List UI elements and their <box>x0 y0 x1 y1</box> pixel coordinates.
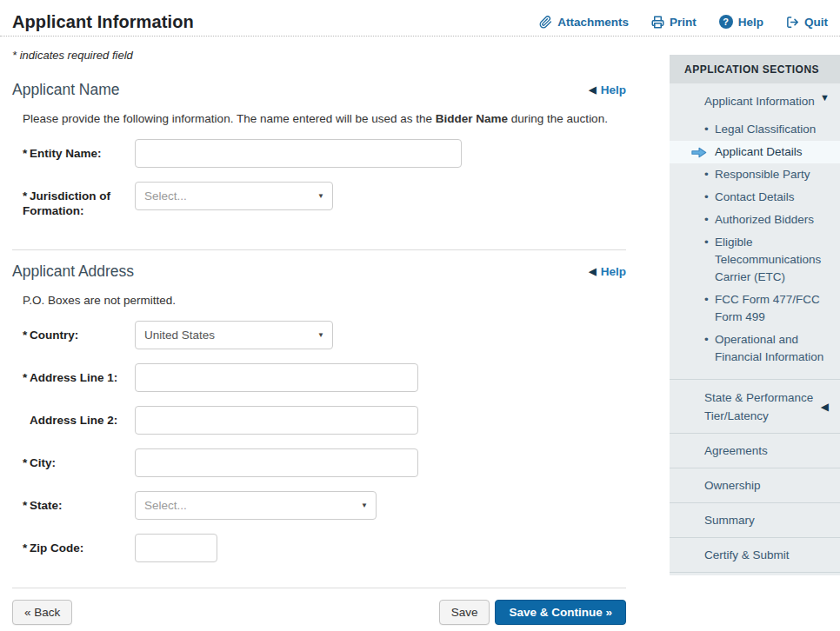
triangle-left-icon: ◀ <box>589 85 596 95</box>
sidebar-item-operational-financial[interactable]: • Operational and Financial Information <box>670 329 840 369</box>
attachments-label: Attachments <box>557 16 629 29</box>
sidebar-subsection-group: • Legal Classification Applicant Details… <box>670 118 840 374</box>
required-asterisk: * <box>23 498 30 513</box>
zip-input[interactable] <box>135 534 217 562</box>
page-title: Applicant Information <box>12 12 194 32</box>
help-link[interactable]: ? Help <box>719 15 763 29</box>
attachments-link[interactable]: Attachments <box>539 16 629 29</box>
bullet-icon: • <box>704 121 709 138</box>
footer-right: Save Save & Continue » <box>439 600 626 625</box>
dropdown-caret-icon: ▼ <box>317 332 324 339</box>
entity-name-row: *Entity Name: <box>12 139 626 168</box>
sidebar-item-label: Legal Classification <box>715 123 816 136</box>
dropdown-caret-icon: ▼ <box>317 193 324 200</box>
jurisdiction-row: *Jurisdiction of Formation: Select... ▼ <box>12 182 626 218</box>
applicant-address-help-link[interactable]: ◀ Help <box>589 265 626 278</box>
sidebar-header: APPLICATION SECTIONS <box>670 55 840 83</box>
sidebar-item-agreements[interactable]: Agreements <box>670 433 840 468</box>
sidebar-item-label: Agreements <box>704 444 768 457</box>
sidebar-item-label: Authorized Bidders <box>715 213 814 226</box>
save-button[interactable]: Save <box>439 600 490 625</box>
label-text: City: <box>30 456 56 469</box>
triangle-left-icon: ◀ <box>589 267 596 276</box>
zip-label: *Zip Code: <box>23 534 135 555</box>
sidebar-item-label: Applicant Details <box>715 145 803 158</box>
country-select[interactable]: United States ▼ <box>135 321 333 349</box>
sidebar-item-contact-details[interactable]: • Contact Details <box>670 186 840 209</box>
entity-name-input[interactable] <box>135 139 462 168</box>
content: * indicates required field Applicant Nam… <box>12 37 626 625</box>
footer-bar: « Back Save Save & Continue » <box>12 600 626 625</box>
sidebar-item-label: Contact Details <box>715 190 795 203</box>
jurisdiction-select-value: Select... <box>144 189 187 203</box>
applicant-name-section-head: Applicant Name ◀ Help <box>12 81 626 99</box>
po-box-note: P.O. Boxes are not permitted. <box>23 294 626 307</box>
chevron-left-icon: ◀ <box>821 402 829 412</box>
bullet-icon: • <box>704 331 709 349</box>
bullet-icon: • <box>704 189 709 206</box>
jurisdiction-select[interactable]: Select... ▼ <box>135 182 333 210</box>
required-asterisk: * <box>23 370 30 385</box>
sidebar-item-fcc-forms[interactable]: • FCC Form 477/FCC Form 499 <box>670 289 840 329</box>
sidebar-item-authorized-bidders[interactable]: • Authorized Bidders <box>670 209 840 231</box>
state-select-value: Select... <box>144 499 187 512</box>
required-asterisk: * <box>23 455 30 470</box>
save-continue-button[interactable]: Save & Continue » <box>495 600 626 625</box>
page: Applicant Information Attachments Print … <box>0 0 840 631</box>
sidebar-item-label: Certify & Submit <box>704 548 790 561</box>
label-text: State: <box>30 499 63 512</box>
sidebar-item-state-performance[interactable]: State & Performance Tier/Latency ◀ <box>670 379 840 433</box>
main: * indicates required field Applicant Nam… <box>0 37 840 625</box>
required-asterisk: * <box>23 328 30 342</box>
required-asterisk: * <box>23 146 30 161</box>
applicant-address-heading: Applicant Address <box>12 262 134 281</box>
sidebar-item-label: Responsible Party <box>715 168 810 181</box>
state-label: *State: <box>23 491 135 513</box>
sidebar-item-responsible-party[interactable]: • Responsible Party <box>670 163 840 186</box>
sidebar-item-applicant-information[interactable]: Applicant Information ▼ <box>670 83 840 118</box>
label-text: Zip Code: <box>30 541 83 555</box>
sidebar-bottom-edge <box>670 572 840 575</box>
application-sections-sidebar: APPLICATION SECTIONS Applicant Informati… <box>670 55 840 575</box>
applicant-address-section-head: Applicant Address ◀ Help <box>12 262 626 281</box>
help-circle-icon: ? <box>719 15 733 29</box>
sidebar-item-label: Operational and Financial Information <box>715 333 823 363</box>
address-line2-input[interactable] <box>135 406 418 435</box>
sidebar-item-ownership[interactable]: Ownership <box>670 468 840 502</box>
label-text: Jurisdiction of Formation: <box>23 189 110 217</box>
sidebar-item-label: Applicant Information <box>704 95 815 108</box>
quit-link[interactable]: Quit <box>786 16 828 29</box>
print-link[interactable]: Print <box>651 16 697 29</box>
sidebar-item-certify-submit[interactable]: Certify & Submit <box>670 537 840 572</box>
intro-text: Please provide the following information… <box>23 112 436 125</box>
sidebar-item-label: Summary <box>704 514 755 527</box>
required-asterisk: * <box>23 541 30 555</box>
city-label: *City: <box>23 448 135 470</box>
intro-text-after: during the auction. <box>508 112 608 125</box>
print-label: Print <box>670 16 697 29</box>
back-button[interactable]: « Back <box>12 600 72 625</box>
city-input[interactable] <box>135 448 418 477</box>
state-select[interactable]: Select... ▼ <box>135 491 377 520</box>
address-line1-input[interactable] <box>135 363 418 392</box>
paperclip-icon <box>539 16 552 29</box>
required-asterisk: * <box>23 189 30 203</box>
applicant-name-heading: Applicant Name <box>12 81 120 99</box>
sidebar-item-applicant-details[interactable]: Applicant Details <box>670 141 840 163</box>
sidebar-item-etc[interactable]: • Eligible Telecommunications Carrier (E… <box>670 231 840 289</box>
sidebar-item-label: Eligible Telecommunications Carrier (ETC… <box>715 236 821 283</box>
address-line2-label: Address Line 2: <box>23 406 135 428</box>
applicant-name-help-link[interactable]: ◀ Help <box>589 83 626 96</box>
sidebar-item-legal-classification[interactable]: • Legal Classification <box>670 118 840 141</box>
sidebar-item-summary[interactable]: Summary <box>670 502 840 537</box>
address-line1-label: *Address Line 1: <box>23 363 135 385</box>
required-field-note: * indicates required field <box>12 49 626 62</box>
intro-bold-text: Bidder Name <box>436 112 508 125</box>
address-line1-row: *Address Line 1: <box>12 363 626 392</box>
bullet-icon: • <box>704 211 709 229</box>
printer-icon <box>651 16 664 29</box>
help-link-label: Help <box>601 83 626 96</box>
quit-label: Quit <box>804 16 828 29</box>
label-text: Address Line 1: <box>30 371 117 384</box>
address-line2-row: Address Line 2: <box>12 406 626 435</box>
